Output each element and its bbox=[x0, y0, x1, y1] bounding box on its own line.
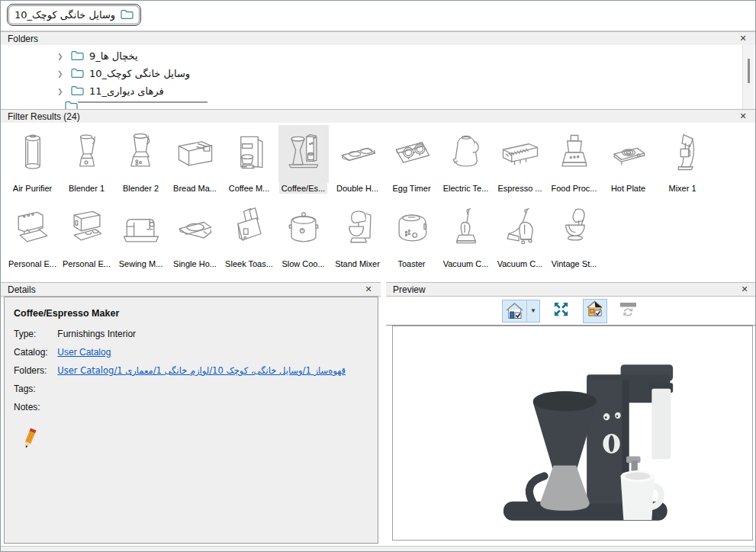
library-item[interactable]: Double H... bbox=[330, 125, 384, 201]
pencil-icon[interactable] bbox=[21, 426, 38, 453]
close-icon[interactable]: ✕ bbox=[738, 112, 748, 120]
dropdown-arrow-icon[interactable]: ▼ bbox=[526, 300, 539, 322]
item-thumbnail bbox=[441, 125, 491, 183]
preview-viewport[interactable] bbox=[392, 326, 753, 541]
item-thumbnail bbox=[549, 125, 600, 183]
filter-results-title: Filter Results (24) bbox=[8, 111, 80, 122]
item-label: Blender 2 bbox=[121, 183, 161, 194]
library-item[interactable]: Toaster bbox=[384, 201, 439, 276]
blender-2-icon bbox=[118, 130, 164, 178]
espresso-machine-icon bbox=[497, 130, 543, 178]
library-item[interactable]: Stand Mixer bbox=[330, 201, 384, 276]
close-icon[interactable]: ✕ bbox=[738, 34, 748, 43]
preview-3d-button[interactable] bbox=[583, 299, 607, 323]
food-processor-icon bbox=[552, 130, 597, 178]
chevron-right-icon[interactable]: ❯ bbox=[57, 70, 69, 78]
library-item[interactable]: Vintage St... bbox=[547, 201, 601, 276]
library-item[interactable]: Sewing M... bbox=[114, 201, 168, 276]
catalog-link[interactable]: User Catalog bbox=[57, 347, 111, 358]
item-label: Slow Coo... bbox=[279, 258, 327, 269]
library-item[interactable]: Air Purifier bbox=[5, 125, 60, 201]
item-label: Vacuum C... bbox=[441, 258, 491, 269]
blender-1-icon bbox=[64, 130, 110, 178]
folder-icon bbox=[71, 85, 84, 98]
folder-icon bbox=[71, 68, 84, 80]
chevron-right-icon[interactable]: ❯ bbox=[57, 53, 69, 60]
egg-timer-icon bbox=[389, 130, 435, 178]
drink-mixer-icon bbox=[660, 130, 706, 178]
folders-panel-header: Folders ✕ bbox=[1, 31, 755, 46]
tree-item[interactable]: ❯ وسایل خانگی کوچک_10 bbox=[1, 65, 755, 82]
item-thumbnail bbox=[658, 125, 708, 183]
library-item[interactable]: Single Ho... bbox=[168, 201, 222, 276]
library-item[interactable]: Sleek Toas... bbox=[222, 201, 276, 276]
close-icon[interactable]: ✕ bbox=[739, 285, 750, 294]
library-item[interactable]: Food Proc... bbox=[547, 125, 601, 201]
item-thumbnail bbox=[116, 125, 166, 183]
type-label: Type: bbox=[14, 329, 55, 339]
library-item[interactable]: Egg Timer bbox=[384, 125, 439, 201]
vacuum-canister-icon bbox=[497, 205, 543, 254]
folders-path-link[interactable]: User Catalog/1 معماری/1 لوازم خانگی/10 و… bbox=[57, 365, 346, 376]
vacuum-upright-icon bbox=[443, 205, 489, 254]
filter-results-header: Filter Results (24) ✕ bbox=[1, 109, 755, 124]
item-thumbnail bbox=[495, 125, 545, 183]
tree-item-partial-clipped[interactable] bbox=[1, 100, 755, 109]
close-icon[interactable]: ✕ bbox=[363, 285, 374, 294]
view-type-button[interactable]: ▼ bbox=[502, 300, 540, 323]
house-check-icon bbox=[503, 300, 526, 322]
tags-label: Tags: bbox=[14, 384, 55, 394]
toaster-icon bbox=[389, 205, 435, 254]
item-thumbnail bbox=[603, 125, 654, 183]
library-item[interactable]: Hot Plate bbox=[601, 125, 655, 201]
folder-tree-list: ❯ یخچال ها_9 ❯ وسایل خانگی کوچک_10 ❯ bbox=[1, 45, 755, 100]
electric-kettle-icon bbox=[443, 130, 489, 178]
refresh-preview-button bbox=[616, 299, 641, 323]
expand-arrows-icon bbox=[552, 300, 570, 321]
slow-cooker-icon bbox=[281, 205, 327, 254]
library-item[interactable]: Blender 1 bbox=[60, 125, 114, 201]
preview-panel-header: Preview ✕ bbox=[386, 282, 756, 297]
tab-bar: وسایل خانگی کوچک_10 bbox=[1, 1, 755, 31]
item-label: Coffee/Es... bbox=[279, 183, 327, 194]
stand-mixer-icon bbox=[335, 205, 381, 254]
library-item[interactable]: Vacuum C... bbox=[493, 201, 547, 276]
scrollbar-thumb[interactable] bbox=[748, 59, 750, 83]
library-item[interactable]: Espresso ... bbox=[493, 125, 547, 201]
preview-panel-title: Preview bbox=[393, 284, 426, 295]
item-label: Coffee M... bbox=[227, 183, 272, 194]
tree-item-label: یخچال ها_9 bbox=[89, 50, 138, 62]
library-item[interactable]: Personal E... bbox=[60, 201, 114, 276]
library-item[interactable]: Slow Coo... bbox=[276, 201, 330, 276]
library-item[interactable]: Bread Ma... bbox=[168, 125, 222, 201]
library-item[interactable]: Mixer 1 bbox=[655, 125, 709, 201]
clipped-label bbox=[78, 101, 207, 109]
library-item[interactable]: Personal E... bbox=[5, 201, 60, 276]
item-thumbnail bbox=[116, 201, 166, 258]
item-thumbnail bbox=[8, 201, 58, 258]
tree-item[interactable]: ❯ فرهای دیواری_11 bbox=[1, 82, 755, 100]
item-thumbnail bbox=[387, 201, 437, 258]
folders-scrollbar[interactable] bbox=[742, 45, 754, 109]
library-item[interactable]: Electric Te... bbox=[439, 125, 493, 201]
tree-item-label: وسایل خانگی کوچک_10 bbox=[89, 68, 190, 79]
double-hotplate-icon bbox=[335, 130, 381, 178]
item-label: Electric Te... bbox=[441, 183, 491, 194]
library-item[interactable]: Blender 2 bbox=[114, 125, 168, 201]
library-item[interactable]: Vacuum C... bbox=[439, 201, 493, 276]
item-label: Sewing M... bbox=[117, 258, 165, 269]
active-folder-tab[interactable]: وسایل خانگی کوچک_10 bbox=[7, 4, 141, 26]
library-item[interactable]: Coffee M... bbox=[222, 125, 276, 201]
item-thumbnail bbox=[62, 201, 112, 258]
chevron-right-icon[interactable]: ❯ bbox=[57, 88, 69, 95]
item-thumbnail bbox=[278, 201, 329, 258]
tree-item[interactable]: ❯ یخچال ها_9 bbox=[1, 47, 755, 65]
item-label: Blender 1 bbox=[66, 183, 107, 194]
fill-window-button[interactable] bbox=[549, 299, 574, 323]
library-item[interactable]: Coffee/Es... bbox=[276, 125, 330, 201]
item-thumbnail bbox=[333, 201, 383, 258]
item-label: Hot Plate bbox=[609, 183, 648, 194]
item-thumbnail bbox=[549, 201, 600, 258]
coffee-espresso-icon bbox=[281, 130, 327, 178]
item-label: Vacuum C... bbox=[495, 258, 545, 269]
